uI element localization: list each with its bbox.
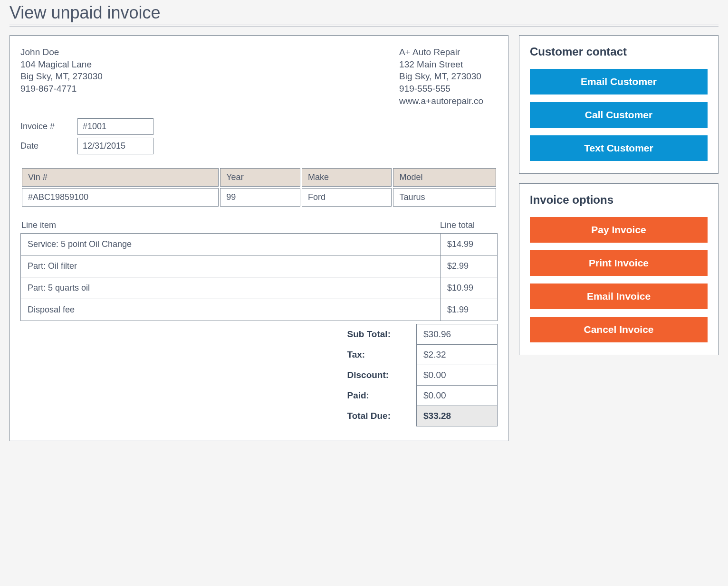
- paid-value: $0.00: [417, 386, 498, 406]
- vehicle-model: Taurus: [393, 188, 496, 207]
- paid-label: Paid:: [341, 386, 417, 406]
- email-customer-button[interactable]: Email Customer: [530, 69, 708, 95]
- customer-address: John Doe 104 Magical Lane Big Sky, MT, 2…: [20, 46, 103, 107]
- vehicle-table: Vin # Year Make Model #ABC19859100 99 Fo…: [20, 167, 498, 208]
- line-items-table: Service: 5 point Oil Change $14.99 Part:…: [20, 233, 498, 321]
- vehicle-make: Ford: [302, 188, 392, 207]
- pay-invoice-button[interactable]: Pay Invoice: [530, 217, 708, 243]
- invoice-number-label: Invoice #: [20, 122, 77, 132]
- line-items-header-total: Line total: [440, 220, 475, 230]
- vehicle-vin: #ABC19859100: [22, 188, 219, 207]
- customer-name: John Doe: [20, 46, 103, 58]
- print-invoice-button[interactable]: Print Invoice: [530, 250, 708, 276]
- vehicle-row: #ABC19859100 99 Ford Taurus: [22, 188, 496, 207]
- tax-label: Tax:: [341, 345, 417, 365]
- call-customer-button[interactable]: Call Customer: [530, 102, 708, 128]
- totals-table: Sub Total: $30.96 Tax: $2.32 Discount: $…: [341, 324, 498, 426]
- cancel-invoice-button[interactable]: Cancel Invoice: [530, 317, 708, 342]
- line-item-row: Part: 5 quarts oil $10.99: [21, 277, 498, 299]
- line-item-desc: Service: 5 point Oil Change: [21, 234, 441, 255]
- customer-contact-panel: Customer contact Email Customer Call Cus…: [519, 35, 718, 174]
- line-item-desc: Part: Oil filter: [21, 255, 441, 277]
- total-due-value: $33.28: [417, 406, 498, 426]
- subtotal-label: Sub Total:: [341, 324, 417, 345]
- vehicle-header-vin: Vin #: [22, 168, 219, 187]
- invoice-date-input[interactable]: [77, 138, 153, 154]
- text-customer-button[interactable]: Text Customer: [530, 135, 708, 161]
- line-item-total: $10.99: [441, 277, 498, 299]
- customer-phone: 919-867-4771: [20, 83, 103, 95]
- subtotal-value: $30.96: [417, 324, 498, 345]
- discount-label: Discount:: [341, 365, 417, 386]
- invoice-number-input[interactable]: [77, 118, 153, 135]
- line-item-row: Part: Oil filter $2.99: [21, 255, 498, 277]
- company-name: A+ Auto Repair: [399, 46, 483, 58]
- line-item-total: $1.99: [441, 299, 498, 321]
- invoice-options-panel: Invoice options Pay Invoice Print Invoic…: [519, 183, 718, 355]
- line-item-row: Disposal fee $1.99: [21, 299, 498, 321]
- vehicle-header-model: Model: [393, 168, 496, 187]
- company-street: 132 Main Street: [399, 58, 483, 71]
- line-item-desc: Part: 5 quarts oil: [21, 277, 441, 299]
- line-item-total: $14.99: [441, 234, 498, 255]
- discount-value: $0.00: [417, 365, 498, 386]
- vehicle-header-make: Make: [302, 168, 392, 187]
- tax-value: $2.32: [417, 345, 498, 365]
- company-city: Big Sky, MT, 273030: [399, 70, 483, 83]
- company-address: A+ Auto Repair 132 Main Street Big Sky, …: [399, 46, 483, 107]
- vehicle-year: 99: [220, 188, 300, 207]
- vehicle-header-year: Year: [220, 168, 300, 187]
- customer-street: 104 Magical Lane: [20, 58, 103, 71]
- email-invoice-button[interactable]: Email Invoice: [530, 284, 708, 309]
- line-item-desc: Disposal fee: [21, 299, 441, 321]
- line-items-header-item: Line item: [21, 220, 56, 230]
- invoice-panel: John Doe 104 Magical Lane Big Sky, MT, 2…: [10, 35, 508, 441]
- page-title: View unpaid invoice: [10, 3, 718, 23]
- customer-city: Big Sky, MT, 273030: [20, 70, 103, 83]
- company-website: www.a+autorepair.co: [399, 95, 483, 107]
- line-item-row: Service: 5 point Oil Change $14.99: [21, 234, 498, 255]
- total-due-label: Total Due:: [341, 406, 417, 426]
- line-item-total: $2.99: [441, 255, 498, 277]
- invoice-options-title: Invoice options: [530, 193, 708, 207]
- company-phone: 919-555-555: [399, 83, 483, 95]
- invoice-date-label: Date: [20, 141, 77, 151]
- customer-contact-title: Customer contact: [530, 45, 708, 58]
